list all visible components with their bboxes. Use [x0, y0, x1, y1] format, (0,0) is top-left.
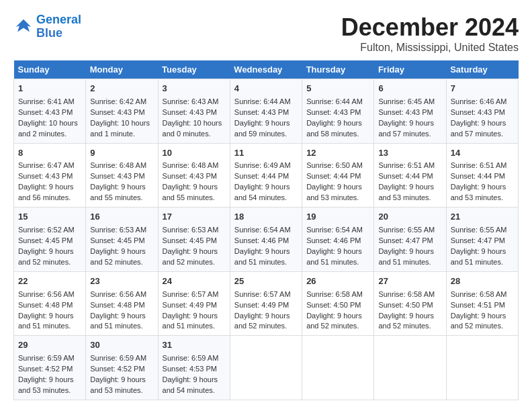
calendar-cell [230, 336, 302, 400]
day-number: 10 [163, 147, 226, 160]
sunrise-text: Sunrise: 6:42 AM [90, 97, 146, 105]
sunrise-text: Sunrise: 6:45 AM [378, 97, 435, 105]
calendar-cell: 5Sunrise: 6:44 AMSunset: 4:43 PMDaylight… [302, 79, 374, 144]
daylight-label: Daylight: 9 hours and 52 minutes. [90, 247, 146, 266]
sunset-text: Sunset: 4:50 PM [306, 301, 361, 309]
sunset-text: Sunset: 4:43 PM [18, 172, 73, 180]
calendar-cell: 22Sunrise: 6:56 AMSunset: 4:48 PMDayligh… [14, 271, 86, 336]
sunrise-text: Sunrise: 6:41 AM [18, 97, 75, 105]
calendar-week-3: 15Sunrise: 6:52 AMSunset: 4:45 PMDayligh… [14, 208, 519, 272]
day-number: 5 [306, 83, 369, 95]
day-number: 13 [378, 147, 441, 160]
sunrise-text: Sunrise: 6:44 AM [234, 97, 291, 105]
sunset-text: Sunset: 4:47 PM [378, 236, 433, 244]
sunset-text: Sunset: 4:49 PM [163, 301, 217, 309]
sunset-text: Sunset: 4:48 PM [90, 301, 144, 309]
calendar-cell: 6Sunrise: 6:45 AMSunset: 4:43 PMDaylight… [374, 79, 446, 144]
sunrise-text: Sunrise: 6:56 AM [18, 290, 75, 298]
sunrise-text: Sunrise: 6:57 AM [163, 290, 219, 298]
calendar-cell: 14Sunrise: 6:51 AMSunset: 4:44 PMDayligh… [446, 143, 518, 208]
location: Fulton, Mississippi, United States [341, 42, 519, 54]
day-number: 27 [378, 275, 441, 288]
day-number: 16 [90, 211, 153, 224]
month-title: December 2024 [341, 13, 519, 42]
sunrise-text: Sunrise: 6:57 AM [234, 290, 291, 298]
sunrise-text: Sunrise: 6:58 AM [306, 290, 363, 298]
sunset-text: Sunset: 4:44 PM [451, 172, 505, 180]
sunset-text: Sunset: 4:47 PM [451, 236, 505, 244]
sunrise-text: Sunrise: 6:51 AM [451, 161, 507, 169]
sunrise-text: Sunrise: 6:44 AM [306, 97, 363, 105]
daylight-label: Daylight: 9 hours and 52 minutes. [18, 247, 74, 266]
calendar-cell: 8Sunrise: 6:47 AMSunset: 4:43 PMDaylight… [14, 143, 86, 208]
daylight-label: Daylight: 9 hours and 53 minutes. [306, 183, 362, 201]
day-number: 18 [234, 211, 298, 224]
logo: General Blue [13, 13, 81, 40]
sunset-text: Sunset: 4:51 PM [451, 301, 505, 309]
sunset-text: Sunset: 4:46 PM [234, 236, 289, 244]
day-number: 19 [306, 211, 369, 224]
daylight-label: Daylight: 9 hours and 53 minutes. [451, 183, 506, 201]
calendar-cell: 18Sunrise: 6:54 AMSunset: 4:46 PMDayligh… [230, 208, 302, 272]
day-number: 28 [451, 275, 514, 288]
calendar-cell: 19Sunrise: 6:54 AMSunset: 4:46 PMDayligh… [302, 208, 374, 272]
sunset-text: Sunset: 4:53 PM [163, 365, 217, 373]
logo-icon [13, 17, 34, 37]
calendar-cell: 16Sunrise: 6:53 AMSunset: 4:45 PMDayligh… [86, 208, 158, 272]
logo-line1: General [36, 13, 81, 26]
calendar-cell: 31Sunrise: 6:59 AMSunset: 4:53 PMDayligh… [158, 336, 230, 400]
daylight-label: Daylight: 10 hours and 2 minutes. [18, 119, 78, 138]
sunset-text: Sunset: 4:45 PM [90, 236, 144, 244]
calendar-cell: 28Sunrise: 6:58 AMSunset: 4:51 PMDayligh… [446, 271, 518, 336]
calendar-cell: 27Sunrise: 6:58 AMSunset: 4:50 PMDayligh… [374, 271, 446, 336]
daylight-label: Daylight: 9 hours and 52 minutes. [163, 247, 218, 266]
day-number: 3 [163, 83, 226, 95]
calendar-cell: 15Sunrise: 6:52 AMSunset: 4:45 PMDayligh… [14, 208, 86, 272]
sunset-text: Sunset: 4:48 PM [18, 301, 73, 309]
day-number: 30 [90, 339, 153, 352]
sunrise-text: Sunrise: 6:58 AM [378, 290, 435, 298]
day-number: 25 [234, 275, 298, 288]
header-cell-tuesday: Tuesday [158, 60, 230, 79]
daylight-label: Daylight: 10 hours and 0 minutes. [163, 119, 222, 138]
day-number: 23 [90, 275, 153, 288]
daylight-label: Daylight: 9 hours and 51 minutes. [306, 247, 362, 266]
sunrise-text: Sunrise: 6:59 AM [163, 354, 219, 362]
sunset-text: Sunset: 4:43 PM [163, 172, 217, 180]
page-header: General Blue December 2024 Fulton, Missi… [13, 13, 519, 54]
day-number: 17 [163, 211, 226, 224]
daylight-label: Daylight: 9 hours and 51 minutes. [18, 312, 74, 330]
daylight-label: Daylight: 10 hours and 1 minute. [90, 119, 150, 138]
daylight-label: Daylight: 9 hours and 53 minutes. [90, 375, 146, 394]
day-number: 21 [451, 211, 514, 224]
calendar-cell: 24Sunrise: 6:57 AMSunset: 4:49 PMDayligh… [158, 271, 230, 336]
calendar-cell: 9Sunrise: 6:48 AMSunset: 4:43 PMDaylight… [86, 143, 158, 208]
daylight-label: Daylight: 9 hours and 52 minutes. [378, 312, 434, 330]
day-number: 26 [306, 275, 369, 288]
header-cell-sunday: Sunday [14, 60, 86, 79]
sunset-text: Sunset: 4:44 PM [234, 172, 289, 180]
sunset-text: Sunset: 4:46 PM [306, 236, 361, 244]
header-cell-friday: Friday [374, 60, 446, 79]
day-number: 22 [18, 275, 81, 288]
calendar-cell: 21Sunrise: 6:55 AMSunset: 4:47 PMDayligh… [446, 208, 518, 272]
sunset-text: Sunset: 4:43 PM [90, 172, 144, 180]
day-number: 1 [18, 83, 81, 95]
sunset-text: Sunset: 4:43 PM [234, 108, 289, 116]
daylight-label: Daylight: 9 hours and 52 minutes. [451, 312, 506, 330]
sunset-text: Sunset: 4:52 PM [18, 365, 73, 373]
daylight-label: Daylight: 9 hours and 52 minutes. [306, 312, 362, 330]
day-number: 14 [451, 147, 514, 160]
sunrise-text: Sunrise: 6:50 AM [306, 161, 363, 169]
day-number: 20 [378, 211, 441, 224]
title-block: December 2024 Fulton, Mississippi, Unite… [341, 13, 519, 54]
day-number: 31 [163, 339, 226, 352]
calendar-cell: 11Sunrise: 6:49 AMSunset: 4:44 PMDayligh… [230, 143, 302, 208]
day-number: 12 [306, 147, 369, 160]
header-cell-wednesday: Wednesday [230, 60, 302, 79]
sunrise-text: Sunrise: 6:51 AM [378, 161, 435, 169]
sunset-text: Sunset: 4:44 PM [306, 172, 361, 180]
daylight-label: Daylight: 9 hours and 51 minutes. [378, 247, 434, 266]
sunrise-text: Sunrise: 6:55 AM [451, 226, 507, 234]
daylight-label: Daylight: 9 hours and 54 minutes. [234, 183, 290, 201]
